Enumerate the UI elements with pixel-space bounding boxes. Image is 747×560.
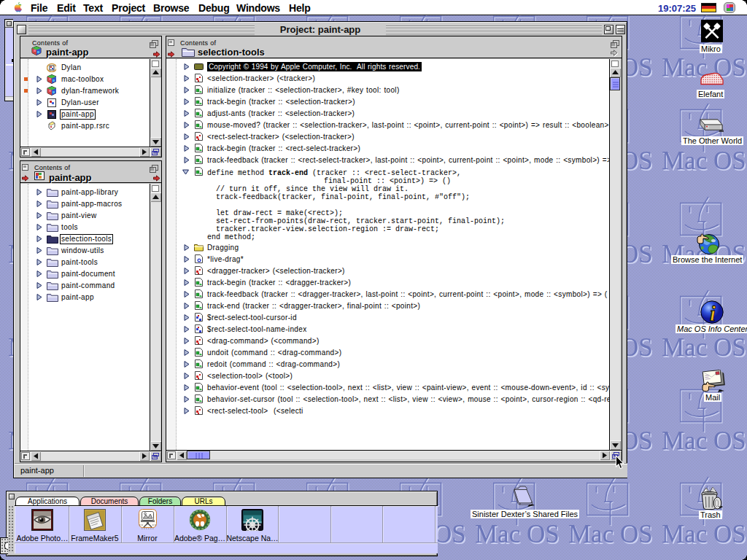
svg-text:i: i (710, 302, 716, 324)
